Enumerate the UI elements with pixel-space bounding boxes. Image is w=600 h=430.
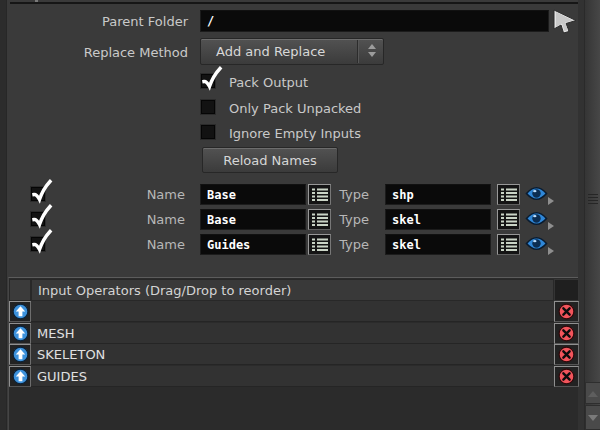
replace-method-dropdown[interactable]: Add and Replace [200,38,384,65]
parent-folder-value: / [207,14,214,28]
row1-name-input[interactable]: Base [200,184,306,205]
row2-name-value: Base [207,213,236,227]
top-separator [10,2,583,4]
item2-delete-button[interactable] [554,344,579,365]
dropdown-spinner-icon [368,44,376,57]
only-pack-unpacked-label: Only Pack Unpacked [229,101,361,116]
item1-move-up-button[interactable] [9,323,31,344]
parent-folder-label: Parent Folder [0,14,188,30]
item2-move-up-button[interactable] [9,344,31,365]
list-item[interactable]: SKELETON [31,344,554,365]
replace-method-value: Add and Replace [216,44,325,59]
row3-name-menu-button[interactable] [308,234,331,255]
delete-x-icon [558,325,575,342]
item3-move-up-button[interactable] [9,366,31,387]
list-item-label: SKELETON [37,347,105,362]
input-operators-header-label: Input Operators (Drag/Drop to reorder) [38,283,291,298]
row3-name-input[interactable]: Guides [200,234,306,255]
row1-type-menu-button[interactable] [497,184,520,205]
row1-eye-menu-triangle[interactable] [548,197,554,205]
move-up-icon [12,303,29,320]
checkmark-icon [201,66,222,91]
list-item-label: MESH [37,326,74,341]
move-up-icon [12,325,29,342]
table-header-right-cell [554,279,579,301]
row1-visibility-eye-icon[interactable] [524,185,549,202]
reload-names-label: Reload Names [223,153,317,168]
item0-move-up-button[interactable] [9,301,31,322]
ignore-empty-inputs-checkbox[interactable] [200,124,216,140]
row2-enable-checkbox[interactable] [30,211,46,227]
input-operators-header: Input Operators (Drag/Drop to reorder) [31,279,554,301]
vertical-scrollbar[interactable] [584,0,600,430]
pack-output-label: Pack Output [229,75,308,90]
row2-type-label: Type [335,212,369,227]
row1-name-value: Base [207,188,236,202]
item0-delete-button[interactable] [554,301,579,322]
row1-name-menu-button[interactable] [308,184,331,205]
row2-name-input[interactable]: Base [200,209,306,230]
left-edge-strip [0,0,7,430]
row1-name-label: Name [85,187,185,202]
top-separator-tick [35,0,38,2]
row2-type-input[interactable]: skel [385,209,491,230]
only-pack-unpacked-checkbox[interactable] [200,99,216,115]
row1-type-value: shp [392,188,414,202]
delete-x-icon [558,303,575,320]
row2-name-menu-button[interactable] [308,209,331,230]
row3-eye-menu-triangle[interactable] [548,247,554,255]
scrollbar-grip[interactable] [585,192,600,206]
row3-type-menu-button[interactable] [497,234,520,255]
list-item[interactable] [31,301,554,322]
row2-name-label: Name [85,212,185,227]
list-menu-icon [312,238,328,252]
delete-x-icon [558,346,575,363]
checkmark-icon [31,179,52,204]
item3-delete-button[interactable] [554,366,579,387]
row1-enable-checkbox[interactable] [30,186,46,202]
list-item[interactable]: GUIDES [31,366,554,387]
row2-visibility-eye-icon[interactable] [524,210,549,227]
pack-output-checkbox[interactable] [200,73,216,89]
row3-type-input[interactable]: skel [385,234,491,255]
scroll-down-button[interactable] [585,405,600,430]
row1-type-input[interactable]: shp [385,184,491,205]
input-operators-table: Input Operators (Drag/Drop to reorder) [8,277,578,430]
row2-eye-menu-triangle[interactable] [548,222,554,230]
row3-enable-checkbox[interactable] [30,236,46,252]
row1-type-label: Type [335,187,369,202]
row2-type-menu-button[interactable] [497,209,520,230]
dropdown-divider-highlight [358,40,359,63]
row3-visibility-eye-icon[interactable] [524,235,549,252]
checkmark-icon [31,204,52,229]
row3-type-value: skel [392,238,421,252]
list-menu-icon [312,213,328,227]
table-header-left-cell [9,279,31,301]
row3-name-label: Name [85,237,185,252]
scroll-down-icon [588,415,598,421]
scroll-up-button[interactable] [585,382,600,404]
reload-names-button[interactable]: Reload Names [202,147,338,173]
list-item[interactable]: MESH [31,323,554,344]
replace-method-label: Replace Method [0,45,188,61]
operator-picker-arrow-icon[interactable] [551,7,579,35]
list-menu-icon [501,238,517,252]
move-up-icon [12,346,29,363]
move-up-icon [12,368,29,385]
item1-delete-button[interactable] [554,323,579,344]
list-menu-icon [501,188,517,202]
parameter-panel: Parent Folder / Replace Method Add and R… [0,0,600,430]
parent-folder-input[interactable]: / [200,10,549,32]
row2-type-value: skel [392,213,421,227]
list-menu-icon [501,213,517,227]
scroll-up-icon [588,391,598,397]
delete-x-icon [558,368,575,385]
row3-type-label: Type [335,237,369,252]
checkmark-icon [31,229,52,254]
row3-name-value: Guides [207,238,250,252]
list-item-label: GUIDES [37,369,87,384]
ignore-empty-inputs-label: Ignore Empty Inputs [229,126,361,141]
list-menu-icon [312,188,328,202]
